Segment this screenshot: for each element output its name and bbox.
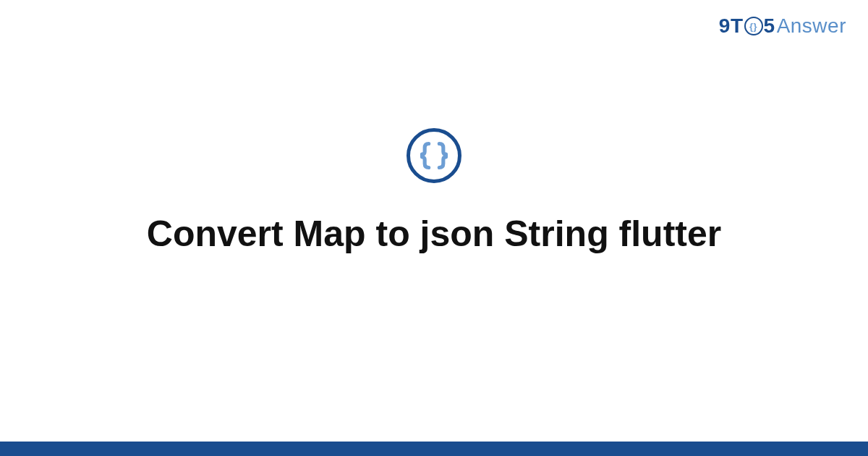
category-code-icon bbox=[407, 128, 461, 183]
main-content: Convert Map to json String flutter bbox=[0, 0, 868, 456]
footer-accent-bar bbox=[0, 442, 868, 456]
braces-icon bbox=[418, 140, 450, 172]
page-title: Convert Map to json String flutter bbox=[118, 212, 750, 256]
